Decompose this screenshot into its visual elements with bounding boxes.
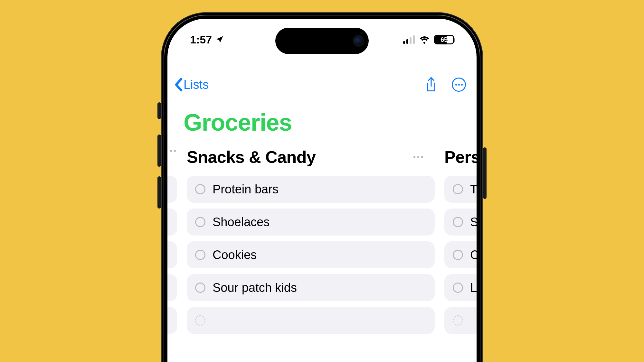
list-item[interactable] xyxy=(167,274,177,301)
list-item[interactable]: Co xyxy=(444,241,477,268)
chevron-left-icon xyxy=(174,78,183,91)
item-text: To xyxy=(470,182,477,196)
column-snacks-candy: Snacks & Candy Protein bars Shoelaces Co… xyxy=(187,147,435,340)
status-right: 65 xyxy=(403,35,454,44)
svg-rect-3 xyxy=(413,35,415,44)
more-button[interactable] xyxy=(451,77,467,93)
nav-actions xyxy=(423,77,467,93)
status-bar: 1:57 xyxy=(167,19,477,60)
column-title: Pers xyxy=(444,147,477,167)
column-title: Snacks & Candy xyxy=(187,147,316,167)
share-icon xyxy=(425,77,438,92)
new-item-row[interactable] xyxy=(187,307,435,334)
column-header: Pers xyxy=(444,147,477,167)
list-item[interactable] xyxy=(167,307,177,334)
ringer-switch xyxy=(157,102,161,119)
checkbox-icon[interactable] xyxy=(195,283,205,293)
item-text: Sour patch kids xyxy=(213,281,297,295)
power-button xyxy=(483,147,487,199)
back-label: Lists xyxy=(184,78,209,92)
item-text: Cookies xyxy=(213,248,257,262)
list-item[interactable]: Sour patch kids xyxy=(187,274,435,301)
column-personal: Pers To Sh Co Li xyxy=(444,147,477,340)
svg-rect-2 xyxy=(410,37,412,44)
battery-icon: 65 xyxy=(434,35,454,44)
back-button[interactable]: Lists xyxy=(171,76,212,94)
checkbox-icon[interactable] xyxy=(453,217,463,227)
ellipsis-circle-icon xyxy=(452,78,466,92)
clock: 1:57 xyxy=(190,33,212,46)
checkbox-icon[interactable] xyxy=(195,217,205,227)
phone-frame: 1:57 xyxy=(161,12,483,362)
location-icon xyxy=(215,35,224,44)
item-text: Shoelaces xyxy=(213,215,270,229)
list-item[interactable]: Protein bars xyxy=(187,176,435,203)
column-previous xyxy=(167,147,177,340)
item-text: Li xyxy=(470,281,477,295)
list-item[interactable]: Li xyxy=(444,274,477,301)
new-item-row[interactable] xyxy=(444,307,477,334)
list-item[interactable] xyxy=(167,241,177,268)
screen: 1:57 xyxy=(167,19,477,362)
columns-scroll[interactable]: Snacks & Candy Protein bars Shoelaces Co… xyxy=(167,147,477,362)
add-item-icon[interactable] xyxy=(195,315,205,326)
wifi-icon xyxy=(419,35,430,44)
list-title: Groceries xyxy=(184,109,292,136)
volume-down-button xyxy=(157,176,161,209)
svg-rect-1 xyxy=(406,39,408,44)
list-item[interactable] xyxy=(167,209,177,236)
list-item[interactable]: Shoelaces xyxy=(187,209,435,236)
column-more-button[interactable] xyxy=(411,153,426,161)
volume-up-button xyxy=(157,135,161,167)
svg-rect-0 xyxy=(403,41,405,44)
share-button[interactable] xyxy=(423,77,439,93)
checkbox-icon[interactable] xyxy=(453,283,463,293)
list-item[interactable] xyxy=(167,176,177,203)
item-text: Protein bars xyxy=(213,182,279,196)
cellular-icon xyxy=(403,35,415,44)
checkbox-icon[interactable] xyxy=(195,184,205,194)
list-item[interactable]: To xyxy=(444,176,477,203)
checkbox-icon[interactable] xyxy=(453,184,463,194)
nav-bar: Lists xyxy=(167,73,477,96)
add-item-icon[interactable] xyxy=(453,315,463,326)
status-left: 1:57 xyxy=(190,33,224,46)
list-item[interactable]: Sh xyxy=(444,209,477,236)
item-text: Co xyxy=(470,248,477,262)
list-item[interactable]: Cookies xyxy=(187,241,435,268)
checkbox-icon[interactable] xyxy=(195,250,205,260)
battery-level: 65 xyxy=(435,36,453,43)
checkbox-icon[interactable] xyxy=(453,250,463,260)
column-header: Snacks & Candy xyxy=(187,147,435,167)
item-text: Sh xyxy=(470,215,477,229)
